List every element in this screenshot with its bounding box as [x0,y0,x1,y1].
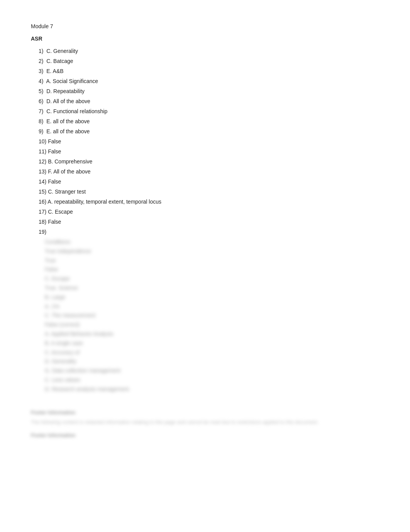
answer-item-16: 16) A. repeatability, temporal extent, t… [39,198,379,206]
answer-item-2: 2) C. Batcage [39,57,379,65]
answer-list: 1) C. Generality 2) C. Batcage 3) E. A&B… [31,47,379,394]
footer-label-2: Footer Information [31,432,379,438]
answer-item-4: 4) A. Social Significance [39,77,379,85]
answer-item-6: 6) D. All of the above [39,97,379,105]
answer-item-13: 13) F. All of the above [39,168,379,176]
answer-item-18: 18) False [39,218,379,226]
footer-body-1: The following content is redacted inform… [31,418,379,427]
blurred-content-19: Conditions True independence True False … [39,238,379,394]
answer-item-3: 3) E. A&B [39,67,379,75]
answer-item-14: 14) False [39,178,379,186]
page-container: Module 7 ASR 1) C. Generality 2) C. Batc… [31,23,379,438]
answer-item-19: 19) Conditions True independence True Fa… [39,228,379,394]
answer-item-17: 17) C. Escape [39,208,379,216]
answer-item-5: 5) D. Repeatability [39,87,379,95]
footer-section: Footer Information The following content… [31,410,379,439]
answer-item-8: 8) E. all of the above [39,117,379,126]
answer-item-10: 10) False [39,138,379,146]
answer-item-12: 12) B. Comprehensive [39,158,379,166]
answer-item-7: 7) C. Functional relationship [39,107,379,116]
section-title: ASR [31,36,379,42]
answer-item-9: 9) E. all of the above [39,127,379,136]
answer-item-1: 1) C. Generality [39,47,379,55]
answer-item-11: 11) False [39,148,379,156]
module-title: Module 7 [31,23,379,29]
answer-item-15: 15) C. Stranger test [39,188,379,196]
footer-label-1: Footer Information [31,410,379,415]
